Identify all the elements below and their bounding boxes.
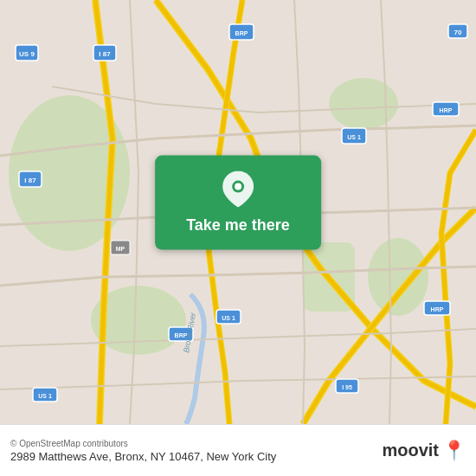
svg-text:US 1: US 1 [347,134,361,140]
copyright-text: © OpenStreetMap contributors [10,439,276,448]
map-container: US 9 I 87 BRP US 1 US 1 I 87 MP BRP US 1… [0,0,476,424]
address-text: 2989 Matthews Ave, Bronx, NY 10467, New … [10,450,276,463]
svg-text:US 1: US 1 [222,315,235,321]
svg-text:MP: MP [116,246,125,252]
cta-button-label: Take me there [186,216,290,235]
svg-text:HRP: HRP [431,306,444,312]
svg-text:HRP: HRP [440,107,453,113]
location-pin-icon [222,171,254,208]
footer-left: © OpenStreetMap contributors 2989 Matthe… [10,439,276,463]
cta-button-container: Take me there [155,156,321,250]
svg-text:I 87: I 87 [24,177,36,184]
footer: © OpenStreetMap contributors 2989 Matthe… [0,424,476,476]
svg-text:US 9: US 9 [19,50,35,58]
svg-text:I 95: I 95 [342,384,352,390]
svg-point-3 [329,78,398,130]
moovit-logo-text: moovit [382,441,439,460]
svg-text:US 1: US 1 [38,393,52,399]
take-me-there-button[interactable]: Take me there [155,156,321,250]
moovit-logo-icon: 📍 [442,440,466,462]
svg-text:I 87: I 87 [99,50,111,58]
svg-point-36 [235,183,241,190]
moovit-logo: moovit 📍 [382,440,466,462]
svg-text:70: 70 [454,29,462,36]
svg-text:BRP: BRP [235,30,248,36]
svg-point-4 [368,238,428,316]
